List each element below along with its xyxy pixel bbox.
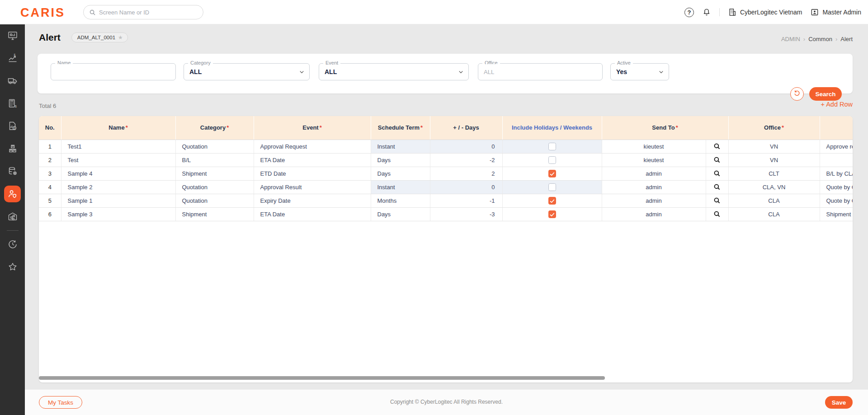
cell-include-holidays [502, 180, 602, 194]
cell-office[interactable]: CLA [728, 207, 820, 221]
cell-office[interactable]: CLA [728, 194, 820, 207]
save-button[interactable]: Save [825, 396, 853, 409]
sidebar-item-warehouse[interactable] [0, 205, 25, 228]
cell-event[interactable]: Approval Result [254, 180, 371, 194]
cell-send-to[interactable]: kieutest [602, 153, 706, 167]
include-holidays-checkbox[interactable] [548, 183, 556, 191]
cell-name[interactable]: Sample 4 [61, 167, 175, 180]
filter-category-select[interactable]: Category ALL [184, 63, 310, 80]
cell-event[interactable]: ETA Date [254, 153, 371, 167]
cell-category[interactable]: Quotation [175, 180, 254, 194]
cell-category[interactable]: Shipment [175, 167, 254, 180]
cell-office[interactable]: VN [728, 153, 820, 167]
cell-send-to[interactable]: kieutest [602, 140, 706, 153]
cell-schedule-term[interactable]: Days [371, 207, 430, 221]
cell-event[interactable]: ETA Date [254, 207, 371, 221]
caris-logo[interactable]: CARIS [20, 5, 65, 20]
search-lookup-icon[interactable] [713, 196, 721, 205]
filter-name-field[interactable]: Name [51, 63, 176, 80]
cell-name[interactable]: Test1 [61, 140, 175, 153]
reset-refresh-button[interactable] [790, 87, 804, 101]
filter-active-select[interactable]: Active Yes [610, 63, 669, 80]
breadcrumb-admin[interactable]: ADMIN [781, 36, 800, 42]
svg-text:$: $ [14, 104, 17, 108]
cell-category[interactable]: Quotation [175, 140, 254, 153]
screen-id-badge[interactable]: ADM_ALT_0001 ★ [71, 33, 128, 42]
screen-search-input[interactable] [99, 9, 198, 16]
include-holidays-checkbox[interactable] [548, 197, 556, 205]
cell-action[interactable]: Approve re [820, 140, 853, 153]
cell-action[interactable]: Shipment [820, 207, 853, 221]
cell-days[interactable]: 2 [430, 167, 502, 180]
cell-office[interactable]: VN [728, 140, 820, 153]
sidebar-item-favorites[interactable] [0, 256, 25, 278]
cell-send-to[interactable]: admin [602, 180, 706, 194]
filter-office-field[interactable]: Office [478, 63, 603, 80]
cell-category[interactable]: Shipment [175, 207, 254, 221]
cell-days[interactable]: -1 [430, 194, 502, 207]
breadcrumb-alert[interactable]: Alert [840, 36, 853, 42]
sidebar-item-inventory[interactable] [0, 137, 25, 160]
sidebar-item-finance-report[interactable]: $ [0, 115, 25, 137]
col-include-holidays[interactable]: Include Holidays / Weekends [502, 116, 602, 140]
cell-office[interactable]: CLT [728, 167, 820, 180]
include-holidays-checkbox[interactable] [548, 210, 556, 218]
cell-schedule-term[interactable]: Days [371, 153, 430, 167]
search-button[interactable]: Search [809, 87, 842, 101]
search-lookup-icon[interactable] [713, 156, 721, 164]
favorite-star-icon[interactable]: ★ [118, 34, 123, 41]
filter-event-select[interactable]: Event ALL [319, 63, 469, 80]
cell-schedule-term[interactable]: Months [371, 194, 430, 207]
include-holidays-checkbox[interactable] [548, 170, 556, 177]
cell-schedule-term[interactable]: Instant [371, 180, 430, 194]
search-lookup-icon[interactable] [713, 142, 721, 150]
include-holidays-checkbox[interactable] [548, 156, 556, 164]
search-lookup-icon[interactable] [713, 169, 721, 177]
cell-days[interactable]: 0 [430, 140, 502, 153]
notifications-bell-icon[interactable] [702, 8, 711, 17]
cell-name[interactable]: Test [61, 153, 175, 167]
cell-send-to[interactable]: admin [602, 194, 706, 207]
breadcrumb-common[interactable]: Common [808, 36, 832, 42]
cell-action[interactable]: Quote by C [820, 194, 853, 207]
sidebar-item-dashboard[interactable] [0, 24, 25, 47]
cell-event[interactable]: ETD Date [254, 167, 371, 180]
cell-action[interactable]: Quote by C [820, 180, 853, 194]
search-lookup-icon[interactable] [713, 210, 721, 218]
add-row-button[interactable]: + Add Row [821, 101, 853, 108]
cell-days[interactable]: 0 [430, 180, 502, 194]
user-menu[interactable]: Master Admin [810, 8, 861, 17]
cell-send-to[interactable]: admin [602, 207, 706, 221]
cell-days[interactable]: -2 [430, 153, 502, 167]
sidebar-item-admin[interactable] [0, 182, 25, 205]
search-lookup-icon[interactable] [713, 183, 721, 191]
cell-days[interactable]: -3 [430, 207, 502, 221]
sidebar-item-logistics[interactable] [0, 70, 25, 92]
sidebar-item-billing[interactable]: $ [0, 92, 25, 115]
office-filter-input[interactable] [484, 64, 597, 79]
cell-office[interactable]: CLA, VN [728, 180, 820, 194]
cell-name[interactable]: Sample 1 [61, 194, 175, 207]
cell-send-to[interactable]: admin [602, 167, 706, 180]
global-search[interactable] [83, 5, 203, 19]
cell-event[interactable]: Approval Request [254, 140, 371, 153]
help-icon[interactable]: ? [684, 8, 694, 17]
cell-category[interactable]: B/L [175, 153, 254, 167]
horizontal-scrollbar-thumb[interactable] [39, 376, 605, 380]
sidebar-item-data-settings[interactable] [0, 160, 25, 182]
name-filter-input[interactable] [57, 64, 170, 79]
cell-schedule-term[interactable]: Instant [371, 140, 430, 153]
sidebar-item-sales[interactable]: $ [0, 47, 25, 70]
cell-name[interactable]: Sample 3 [61, 207, 175, 221]
cell-schedule-term[interactable]: Days [371, 167, 430, 180]
top-header: CARIS ? CyberLogitec Vietnam [0, 0, 868, 24]
cell-category[interactable]: Quotation [175, 194, 254, 207]
cell-event[interactable]: Expiry Date [254, 194, 371, 207]
sidebar-item-history[interactable] [0, 233, 25, 256]
cell-action[interactable] [820, 153, 853, 167]
cell-action[interactable]: B/L by CLA [820, 167, 853, 180]
include-holidays-checkbox[interactable] [548, 143, 556, 150]
company-selector[interactable]: CyberLogitec Vietnam [728, 8, 802, 17]
col-office: Office* [728, 116, 820, 140]
cell-name[interactable]: Sample 2 [61, 180, 175, 194]
